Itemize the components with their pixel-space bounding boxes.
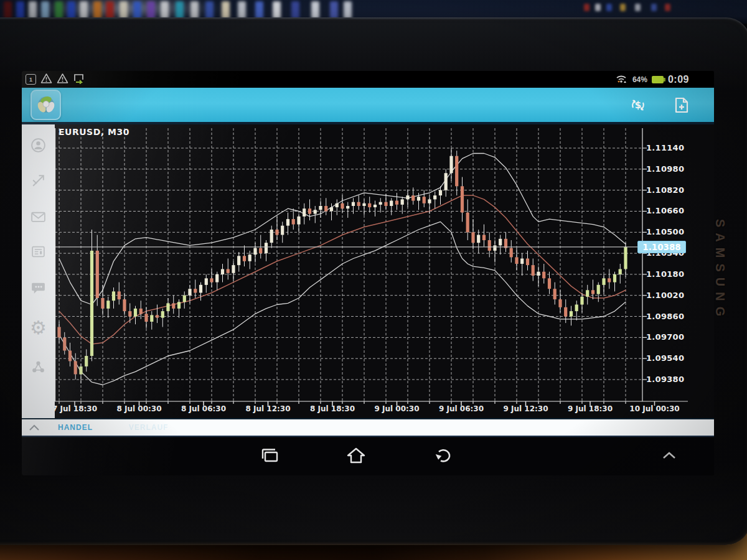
tab-handel[interactable]: HANDEL bbox=[58, 423, 93, 432]
price-tick-label: 1.10820 bbox=[646, 185, 684, 195]
charts-arrows-icon bbox=[30, 172, 47, 189]
monitor-blur-bar bbox=[311, 1, 319, 19]
current-price-badge: 1.10388 bbox=[637, 241, 686, 253]
metatrader-logo-icon bbox=[35, 94, 57, 116]
sidebar-item-community[interactable] bbox=[22, 353, 55, 380]
metatrader-logo-button[interactable] bbox=[31, 90, 61, 120]
status-clock: 0:09 bbox=[668, 74, 689, 85]
candlestick-chart bbox=[55, 124, 714, 418]
app-bar: $ bbox=[22, 88, 714, 122]
mail-icon bbox=[30, 208, 47, 225]
wifi-icon bbox=[614, 73, 628, 86]
time-tick-label: 8 Jul 06:30 bbox=[181, 404, 226, 413]
time-tick-label: 8 Jul 00:30 bbox=[116, 404, 161, 413]
time-tick-label: 9 Jul 00:30 bbox=[374, 404, 419, 413]
monitor-blur-bar bbox=[67, 1, 75, 19]
monitor-blur-dot bbox=[651, 4, 657, 11]
monitor-blur-bar bbox=[344, 1, 352, 19]
chart-axes bbox=[55, 128, 688, 406]
monitor-blur-bar bbox=[120, 1, 128, 19]
monitor-blur-dot bbox=[620, 4, 626, 11]
price-tick-label: 1.10660 bbox=[646, 206, 684, 215]
price-tick-label: 1.10980 bbox=[646, 164, 684, 174]
monitor-blur-bar bbox=[16, 1, 24, 19]
back-button[interactable] bbox=[431, 443, 456, 468]
monitor-blur-bar bbox=[238, 1, 246, 19]
monitor-blur-dot bbox=[595, 4, 601, 11]
monitor-blur-bar bbox=[147, 1, 155, 19]
svg-text:$: $ bbox=[635, 100, 641, 111]
price-tick-label: 1.09540 bbox=[646, 353, 684, 363]
monitor-blur-bar bbox=[93, 1, 101, 19]
back-icon bbox=[433, 446, 454, 465]
monitor-blur-bar bbox=[176, 1, 184, 19]
screenshot-icon[interactable] bbox=[73, 73, 85, 86]
time-tick-label: 8 Jul 12:30 bbox=[245, 404, 290, 413]
nav-panel-chevron-button[interactable] bbox=[658, 447, 680, 464]
notification-count-icon[interactable]: 1 bbox=[26, 74, 36, 85]
status-bar: 1 bbox=[22, 71, 714, 88]
sidebar-item-account[interactable] bbox=[22, 131, 55, 159]
trade-dollar-button[interactable]: $ bbox=[628, 96, 648, 114]
sidebar-item-chat[interactable] bbox=[22, 274, 55, 301]
chart-panel[interactable]: EURUSD, M30 1.10388 1.111401.109801.1082… bbox=[55, 124, 714, 418]
sidebar-item-settings[interactable]: ⚙ bbox=[22, 314, 55, 342]
monitor-blur-dot bbox=[635, 4, 641, 11]
battery-icon bbox=[652, 76, 664, 83]
community-icon bbox=[30, 358, 47, 375]
chart-symbol-label: EURUSD, M30 bbox=[59, 127, 129, 137]
photo-scene: SAMSUNG 1 bbox=[0, 0, 747, 560]
home-button[interactable] bbox=[344, 443, 369, 468]
time-tick-label: 9 Jul 06:30 bbox=[439, 404, 484, 413]
chart-grid bbox=[55, 128, 642, 401]
price-tick-label: 1.09380 bbox=[646, 375, 684, 384]
monitor-blur-bar bbox=[330, 1, 338, 19]
sidebar-item-news[interactable] bbox=[22, 238, 55, 265]
monitor-blur-bar bbox=[29, 1, 37, 19]
panel-expand-button[interactable] bbox=[22, 424, 47, 431]
recents-button[interactable] bbox=[256, 443, 281, 468]
battery-percent: 64% bbox=[632, 75, 647, 84]
price-tick-label: 1.10020 bbox=[646, 291, 684, 300]
time-tick-label: 9 Jul 12:30 bbox=[503, 404, 548, 413]
price-tick-label: 1.11140 bbox=[646, 143, 684, 152]
account-icon bbox=[30, 137, 47, 154]
warning-icon[interactable] bbox=[57, 73, 68, 86]
gear-icon: ⚙ bbox=[30, 319, 47, 337]
monitor-blur-bar bbox=[4, 1, 12, 19]
monitor-blur-bar bbox=[133, 1, 141, 19]
main-content: ⚙ EURUSD, M bbox=[22, 124, 714, 418]
new-order-button[interactable] bbox=[672, 96, 692, 114]
time-tick-label: 7 Jul 18:30 bbox=[55, 404, 97, 413]
monitor-blur-bar bbox=[205, 1, 214, 19]
monitor-blur-bar bbox=[161, 1, 169, 19]
time-tick-label: 9 Jul 18:30 bbox=[568, 404, 613, 413]
monitor-blur-bar bbox=[291, 1, 299, 19]
price-tick-label: 1.10180 bbox=[646, 269, 684, 279]
sidebar: ⚙ bbox=[22, 124, 55, 418]
monitor-blur-bar bbox=[273, 1, 281, 19]
home-icon bbox=[345, 446, 367, 465]
chevron-up-icon bbox=[29, 424, 40, 431]
chat-icon bbox=[30, 279, 47, 296]
monitor-blur-bar bbox=[55, 1, 63, 19]
price-tick-label: 1.09860 bbox=[646, 312, 684, 321]
news-icon bbox=[30, 243, 47, 260]
tab-verlauf[interactable]: VERLAUF bbox=[129, 423, 169, 432]
recents-icon bbox=[258, 446, 280, 465]
time-tick-label: 10 Jul 00:30 bbox=[629, 404, 679, 413]
android-nav-bar bbox=[22, 436, 714, 475]
price-tick-label: 1.10500 bbox=[646, 227, 684, 236]
monitor-blur-dot bbox=[665, 4, 670, 11]
bottom-panel-bar: HANDEL VERLAUF bbox=[22, 418, 714, 436]
monitor-blur-bar bbox=[80, 1, 88, 19]
sidebar-item-mail[interactable] bbox=[22, 203, 55, 230]
monitor-blur-dot bbox=[606, 4, 612, 11]
warning-icon[interactable] bbox=[40, 73, 52, 86]
sidebar-item-charts[interactable] bbox=[22, 167, 55, 194]
time-tick-label: 8 Jul 18:30 bbox=[310, 404, 355, 413]
monitor-blur-bar bbox=[41, 1, 49, 19]
monitor-blur-bar bbox=[222, 1, 230, 19]
monitor-blur-bar bbox=[190, 1, 199, 19]
monitor-blur-bar bbox=[255, 1, 263, 19]
